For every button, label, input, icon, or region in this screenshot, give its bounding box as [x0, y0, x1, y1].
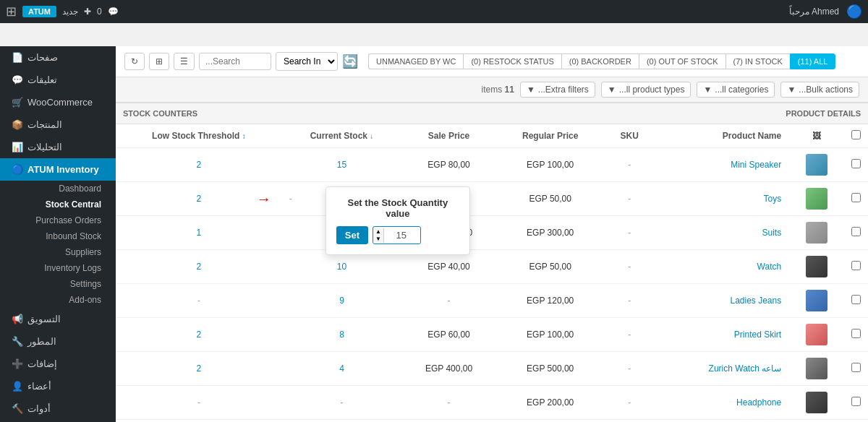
qty-spin-down[interactable]: ▼ [373, 236, 383, 243]
new-link[interactable]: جديد [62, 7, 78, 17]
sidebar-sub-suppliers[interactable]: Suppliers [0, 244, 116, 260]
sidebar-sub-settings[interactable]: Settings [0, 276, 116, 292]
sku-cell: - [604, 216, 655, 250]
sidebar-item-comments[interactable]: تعليقات 💬 [0, 69, 116, 91]
tab-all[interactable]: (11) ALL [790, 53, 836, 69]
admin-bar: ⊞ ATUM جديد ✚ 0 💬 🔵 Ahmed مرحباً [0, 0, 868, 23]
chevron-down-icon4: ▼ [787, 85, 796, 95]
tab-restock[interactable]: (0) RESTOCK STATUS [463, 53, 561, 69]
comments-label: تعليقات [27, 74, 57, 85]
extra-filters-label: ...Extra filters [538, 85, 589, 95]
current-stock-cell[interactable]: 15 [282, 148, 401, 182]
product-types-dropdown[interactable]: ▼ ...ll product types [601, 82, 692, 98]
sku-cell: - [604, 386, 655, 420]
row-checkbox-cell[interactable] [844, 182, 868, 216]
tab-unmanaged[interactable]: UNMANAGED BY WC [368, 53, 463, 69]
sidebar-sub-dashboard[interactable]: Dashboard [0, 181, 116, 197]
row-checkbox-cell[interactable] [844, 318, 868, 352]
row-checkbox-cell[interactable] [844, 284, 868, 318]
sidebar-item-marketing[interactable]: التسويق 📢 [0, 308, 116, 330]
woo-icon: 🛒 [12, 97, 23, 108]
col-sku: SKU [604, 124, 655, 148]
sidebar-item-atum[interactable]: ATUM Inventory 🔵 [0, 158, 116, 181]
low-stock-cell: 2 [116, 318, 282, 352]
current-stock-cell[interactable]: → - Set the Stock Quantity value Set ▲ ▼ [282, 182, 401, 216]
row-checkbox[interactable] [851, 227, 861, 236]
row-checkbox-cell[interactable] [844, 250, 868, 284]
product-image-cell [788, 318, 844, 352]
sidebar-item-analytics[interactable]: التحليلات 📊 [0, 136, 116, 158]
product-thumbnail [806, 256, 827, 277]
sidebar-sub-stock-central[interactable]: Stock Central [0, 197, 116, 212]
product-name-cell[interactable]: Headphone [655, 386, 788, 420]
product-name-cell[interactable]: Mini Speaker [655, 148, 788, 182]
current-stock-cell[interactable]: 4 [282, 352, 401, 386]
categories-dropdown[interactable]: ▼ ...ll categories [697, 82, 775, 98]
atum-label: ATUM Inventory [27, 164, 99, 175]
new-icon[interactable]: ✚ [84, 7, 91, 17]
products-icon: 📦 [12, 119, 23, 130]
product-name-cell[interactable]: Ladies Jeans [655, 284, 788, 318]
sidebar-sub-inbound-stock[interactable]: Inbound Stock [0, 228, 116, 244]
extra-filters-dropdown[interactable]: ▼ ...Extra filters [520, 82, 595, 98]
col-current-stock[interactable]: Current Stock ↓ [282, 124, 401, 148]
product-name-cell[interactable]: Printed Skirt [655, 318, 788, 352]
table-row: ---EGP 200,00-Headphone [116, 386, 868, 420]
row-checkbox[interactable] [851, 261, 861, 270]
qty-spin-up[interactable]: ▲ [373, 228, 383, 236]
product-name-cell[interactable]: Watch [655, 250, 788, 284]
sidebar-item-tools[interactable]: أدوات 🔨 [0, 397, 116, 420]
sidebar-item-users[interactable]: أعضاء 👤 [0, 375, 116, 397]
col-low-stock[interactable]: Low Stock Threshold ↕ [116, 124, 282, 148]
row-checkbox[interactable] [851, 159, 861, 168]
sidebar-item-plugins[interactable]: إضافات ➕ [0, 353, 116, 375]
sidebar-sub-addons[interactable]: Add-ons [0, 292, 116, 308]
regular-price-cell: EGP 200,00 [496, 386, 605, 420]
row-checkbox[interactable] [851, 363, 861, 372]
qty-input[interactable] [384, 227, 420, 244]
low-stock-cell: - [116, 284, 282, 318]
col-select-all[interactable] [844, 124, 868, 148]
stock-table: Stock Counters Product Details Low Stock… [116, 103, 868, 420]
users-icon: 👤 [12, 381, 23, 392]
comments-badge[interactable]: 0 [97, 7, 102, 17]
product-name-cell[interactable]: Zurich Watch ساعه [655, 352, 788, 386]
product-name-cell[interactable]: Suits [655, 216, 788, 250]
sale-price-cell: EGP 60,00 [401, 318, 496, 352]
grid-view-button[interactable]: ⊞ [149, 53, 169, 70]
sidebar-item-woocommerce[interactable]: WooCommerce 🛒 [0, 91, 116, 113]
row-checkbox[interactable] [851, 295, 861, 304]
tools-label: أدوات [27, 403, 51, 414]
pages-label: صفحات [27, 52, 58, 63]
row-checkbox-cell[interactable] [844, 148, 868, 182]
search-input[interactable] [199, 53, 271, 70]
row-checkbox-cell[interactable] [844, 216, 868, 250]
analytics-label: التحليلات [27, 142, 62, 152]
sidebar-item-pages[interactable]: صفحات 📄 [0, 46, 116, 69]
sidebar-item-products[interactable]: المنتجات 📦 [0, 113, 116, 136]
comments-icon: 💬 [108, 7, 119, 17]
search-in-select[interactable]: Search In [276, 52, 338, 71]
product-thumbnail [806, 222, 827, 244]
tab-in-label: IN STOCK [745, 57, 783, 66]
bulk-actions-dropdown[interactable]: ▼ ...Bulk actions [780, 82, 859, 98]
current-stock-cell[interactable]: 9 [282, 284, 401, 318]
tab-out-of-stock[interactable]: (0) OUT OF STOCK [639, 53, 726, 69]
tab-in-stock[interactable]: (7) IN STOCK [726, 53, 790, 69]
tab-backorder[interactable]: (0) BACKORDER [561, 53, 639, 69]
refresh-button[interactable]: ↻ [124, 53, 145, 70]
row-checkbox[interactable] [851, 193, 861, 202]
product-name-cell[interactable]: Toys [655, 182, 788, 216]
current-stock-cell[interactable]: 8 [282, 318, 401, 352]
row-checkbox[interactable] [851, 397, 861, 406]
row-checkbox-cell[interactable] [844, 386, 868, 420]
list-view-button[interactable]: ☰ [174, 53, 195, 70]
sidebar-sub-purchase-orders[interactable]: Purchase Orders [0, 212, 116, 228]
current-stock-cell[interactable]: - [282, 386, 401, 420]
row-checkbox[interactable] [851, 329, 861, 338]
sidebar-sub-inventory-logs[interactable]: Inventory Logs [0, 260, 116, 276]
sidebar-item-developer[interactable]: المطور 🔧 [0, 330, 116, 353]
set-qty-button[interactable]: Set [336, 226, 368, 244]
red-arrow-icon: → [257, 191, 271, 207]
row-checkbox-cell[interactable] [844, 352, 868, 386]
